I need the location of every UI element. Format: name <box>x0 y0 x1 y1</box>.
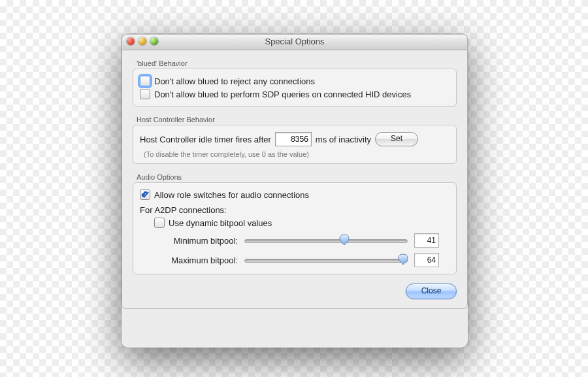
titlebar[interactable]: Special Options <box>122 35 467 50</box>
slider-track <box>244 259 408 263</box>
close-icon[interactable] <box>127 37 135 45</box>
special-options-window: Special Options 'blued' Behavior Don't a… <box>122 34 468 309</box>
min-bitpool-value: 41 <box>414 233 439 248</box>
idle-timer-label-post: ms of inactivity <box>316 135 371 144</box>
checkbox-no-sdp[interactable] <box>140 89 150 99</box>
checkbox-role-switch[interactable] <box>140 189 150 200</box>
window-title: Special Options <box>265 37 324 46</box>
checkbox-no-reject[interactable] <box>140 76 150 86</box>
traffic-lights <box>127 37 158 45</box>
group-audio: Allow role switches for audio connection… <box>133 182 457 274</box>
slider-track <box>244 239 408 243</box>
zoom-icon[interactable] <box>150 37 158 45</box>
slider-thumb-icon[interactable] <box>398 254 408 265</box>
a2dp-header: For A2DP connections: <box>140 205 227 215</box>
minimize-icon[interactable] <box>139 37 146 45</box>
checkbox-no-reject-label: Don't allow blued to reject any connecti… <box>154 76 315 86</box>
checkbox-dynamic-bitpool-label: Use dynamic bitpool values <box>169 218 272 228</box>
idle-timer-label-pre: Host Controller idle timer fires after <box>140 135 271 144</box>
max-bitpool-label: Maximum bitpool: <box>154 255 238 265</box>
checkbox-role-switch-label: Allow role switches for audio connection… <box>154 190 309 200</box>
group-blued-label: 'blued' Behavior <box>137 59 457 67</box>
idle-timer-input[interactable] <box>275 132 312 146</box>
group-host-label: Host Controller Behavior <box>137 116 457 123</box>
max-bitpool-slider[interactable] <box>244 254 408 266</box>
slider-thumb-icon[interactable] <box>339 234 350 246</box>
checkbox-no-sdp-label: Don't allow blued to perform SDP queries… <box>154 90 411 99</box>
idle-timer-hint: (To disable the timer completely, use 0 … <box>144 150 449 158</box>
group-blued: Don't allow blued to reject any connecti… <box>133 69 457 107</box>
checkbox-dynamic-bitpool[interactable] <box>154 218 165 228</box>
max-bitpool-value: 64 <box>414 253 439 267</box>
min-bitpool-label: Minimum bitpool: <box>154 236 238 246</box>
group-audio-label: Audio Options <box>137 173 457 181</box>
close-button[interactable]: Close <box>406 284 457 299</box>
min-bitpool-slider[interactable] <box>244 235 408 246</box>
group-host: Host Controller idle timer fires after m… <box>133 125 457 164</box>
set-button[interactable]: Set <box>375 132 418 146</box>
